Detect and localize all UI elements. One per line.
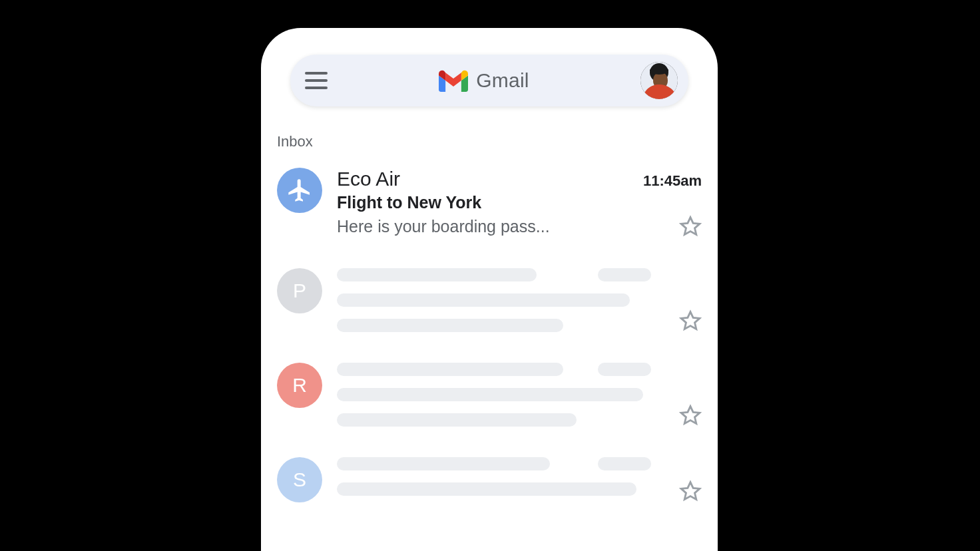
email-row-skeleton[interactable]: S	[277, 444, 702, 502]
avatar-initial: R	[277, 363, 322, 408]
star-icon[interactable]	[679, 309, 702, 332]
email-preview: Here is your boarding pass...	[337, 217, 666, 236]
skeleton-line	[598, 457, 651, 470]
skeleton-line	[337, 268, 537, 281]
skeleton-body	[337, 457, 651, 502]
airplane-icon	[277, 168, 322, 213]
sender-name: Eco Air	[337, 168, 643, 190]
brand-name: Gmail	[476, 69, 529, 92]
avatar-initial: S	[277, 457, 322, 502]
search-bar[interactable]: Gmail	[290, 55, 688, 106]
skeleton-body	[337, 268, 651, 332]
email-subject: Flight to New York	[337, 193, 702, 212]
email-row-skeleton[interactable]: P	[277, 255, 702, 349]
skeleton-line	[337, 482, 636, 496]
star-icon[interactable]	[679, 404, 702, 427]
skeleton-body	[337, 363, 651, 427]
skeleton-line	[337, 413, 577, 427]
star-icon[interactable]	[679, 480, 702, 502]
email-list: Eco Air 11:45am Flight to New York Here …	[261, 156, 718, 502]
email-row-body: Eco Air 11:45am Flight to New York Here …	[337, 168, 702, 238]
skeleton-line	[337, 457, 550, 470]
gmail-logo-icon	[439, 69, 468, 92]
brand: Gmail	[328, 69, 640, 92]
svg-point-3	[650, 67, 668, 75]
skeleton-line	[337, 388, 643, 401]
skeleton-line	[598, 268, 651, 281]
skeleton-line	[337, 293, 630, 307]
email-time: 11:45am	[643, 172, 702, 190]
stage: Gmail Inbox Eco Air	[0, 0, 980, 551]
star-icon[interactable]	[679, 215, 702, 238]
phone-frame: Gmail Inbox Eco Air	[261, 28, 718, 551]
account-avatar[interactable]	[640, 62, 678, 99]
avatar-image	[640, 62, 678, 99]
email-row-featured[interactable]: Eco Air 11:45am Flight to New York Here …	[277, 156, 702, 255]
menu-icon[interactable]	[305, 72, 328, 89]
inbox-label: Inbox	[277, 133, 718, 150]
skeleton-line	[337, 319, 563, 332]
skeleton-line	[337, 363, 563, 376]
skeleton-line	[598, 363, 651, 376]
avatar-initial: P	[277, 268, 322, 313]
email-row-skeleton[interactable]: R	[277, 349, 702, 444]
